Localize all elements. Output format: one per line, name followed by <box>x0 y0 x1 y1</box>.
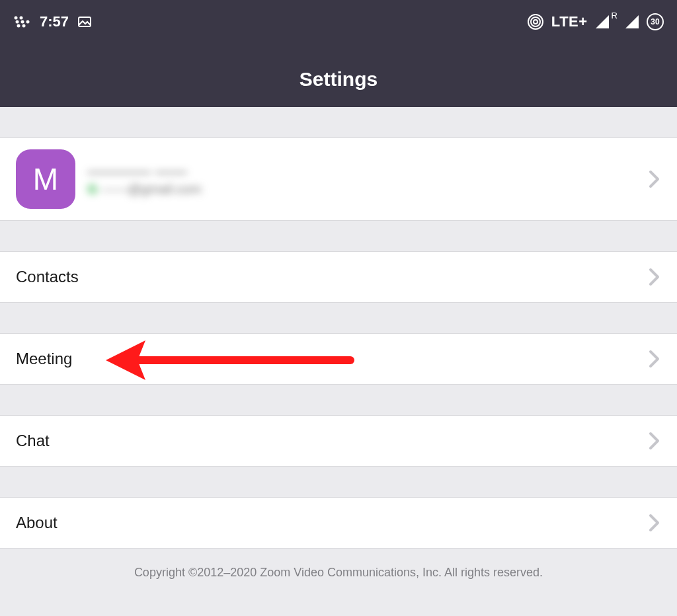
photo-icon <box>77 14 93 30</box>
svg-point-8 <box>534 20 538 24</box>
svg-point-5 <box>17 24 20 28</box>
chevron-right-icon <box>648 432 661 450</box>
svg-point-2 <box>16 20 19 24</box>
spacer <box>0 107 677 137</box>
svg-rect-7 <box>79 17 91 26</box>
svg-point-0 <box>15 17 18 20</box>
spacer <box>0 303 677 333</box>
svg-point-4 <box>26 20 30 24</box>
profile-name: ———— —— <box>87 162 648 180</box>
app-header: Settings <box>0 52 677 107</box>
menu-item-meeting[interactable]: Meeting <box>0 333 677 385</box>
network-label: LTE+ <box>551 13 588 30</box>
profile-row[interactable]: M ———— —— G ——@gmail.com <box>0 137 677 221</box>
menu-label: About <box>16 514 58 532</box>
avatar: M <box>16 149 75 209</box>
profile-text: ———— —— G ——@gmail.com <box>87 162 648 197</box>
chevron-right-icon <box>648 350 661 368</box>
avatar-initial: M <box>33 161 58 197</box>
status-bar: 7:57 LTE+ R 30 <box>0 0 677 52</box>
menu-item-about[interactable]: About <box>0 497 677 549</box>
menu-label: Chat <box>16 432 50 450</box>
copyright-text: Copyright ©2012–2020 Zoom Video Communic… <box>134 566 543 579</box>
status-left: 7:57 <box>13 13 93 30</box>
menu-label: Contacts <box>16 268 79 286</box>
battery-level: 30 <box>651 17 659 26</box>
hotspot-icon <box>528 14 543 30</box>
battery-icon: 30 <box>647 13 664 30</box>
svg-point-3 <box>21 20 24 24</box>
blackberry-icon <box>13 15 32 28</box>
menu-item-contacts[interactable]: Contacts <box>0 251 677 303</box>
signal-icon-2 <box>625 15 639 28</box>
spacer <box>0 467 677 497</box>
chevron-right-icon <box>648 514 661 532</box>
footer: Copyright ©2012–2020 Zoom Video Communic… <box>0 549 677 580</box>
roaming-indicator: R <box>612 11 617 20</box>
chevron-right-icon <box>648 268 661 286</box>
svg-point-6 <box>22 24 26 28</box>
status-time: 7:57 <box>40 13 69 30</box>
status-right: LTE+ R 30 <box>528 13 664 30</box>
signal-icon-1 <box>596 15 609 28</box>
page-title: Settings <box>299 68 378 91</box>
menu-label: Meeting <box>16 350 72 368</box>
profile-email: G ——@gmail.com <box>87 182 648 197</box>
spacer <box>0 385 677 415</box>
svg-point-9 <box>531 17 540 26</box>
svg-point-1 <box>20 17 23 20</box>
menu-item-chat[interactable]: Chat <box>0 415 677 467</box>
spacer <box>0 221 677 251</box>
chevron-right-icon <box>648 170 661 188</box>
